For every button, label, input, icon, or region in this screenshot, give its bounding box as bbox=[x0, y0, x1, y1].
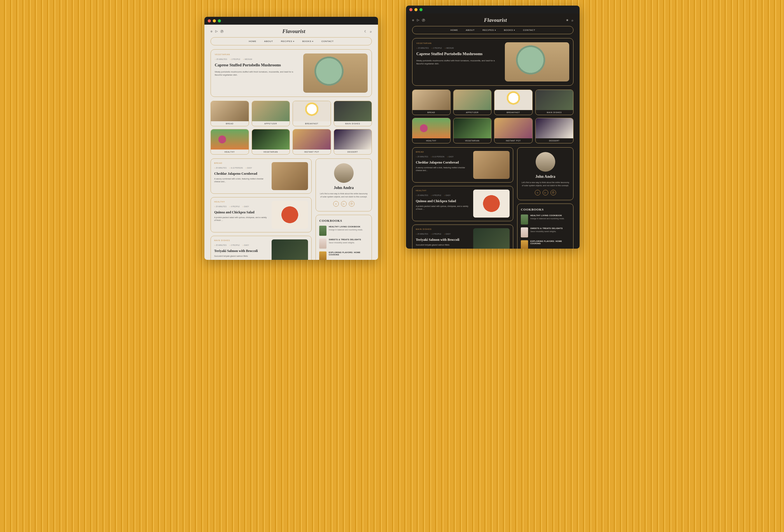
hero-image bbox=[505, 42, 569, 82]
maximize-window-icon[interactable] bbox=[419, 8, 422, 11]
cookbook-item[interactable]: SWEETS & TREATS DELIGHTSSavor irresistib… bbox=[521, 227, 570, 237]
close-window-icon[interactable] bbox=[208, 19, 211, 22]
nav-home[interactable]: HOME bbox=[249, 40, 256, 43]
nav-contact[interactable]: CONTACT bbox=[523, 29, 535, 31]
chevron-down-icon: ▾ bbox=[514, 29, 515, 31]
category-dessert[interactable]: DESSERT bbox=[535, 118, 574, 143]
nav-books[interactable]: BOOKS▾ bbox=[302, 40, 314, 43]
hero-description: Meaty portobello mushrooms stuffed with … bbox=[215, 70, 300, 77]
recipe-list: BREAD 25 MINUTES8-10 PERSONEASY Cheddar … bbox=[211, 159, 312, 260]
pinterest-icon[interactable]: Ⓟ bbox=[551, 190, 556, 195]
category-bread[interactable]: BREAD bbox=[211, 101, 249, 126]
hero-tag: VEGETARIAN bbox=[215, 54, 300, 55]
pinterest-icon[interactable]: Ⓟ bbox=[422, 18, 425, 22]
chevron-down-icon: ▾ bbox=[495, 29, 496, 31]
instagram-icon[interactable]: ⌾ bbox=[412, 18, 414, 22]
theme-toggle-icon[interactable]: ☀ bbox=[566, 19, 569, 22]
cookbook-item[interactable]: EXPLORING FLAVORS: HOME COOKING bbox=[521, 240, 570, 249]
category-bread[interactable]: BREAD bbox=[412, 90, 450, 115]
recipe-image bbox=[473, 228, 510, 249]
category-healthy[interactable]: HEALTHY bbox=[412, 118, 450, 143]
nav-books[interactable]: BOOKS▾ bbox=[504, 29, 515, 31]
category-breakfast[interactable]: BREAKFAST bbox=[292, 101, 331, 126]
youtube-icon[interactable]: ▷ bbox=[417, 18, 419, 22]
main-nav: HOME ABOUT RECIPES▾ BOOKS▾ CONTACT bbox=[412, 26, 573, 34]
author-socials: ⌾ ▷ Ⓟ bbox=[319, 201, 368, 207]
author-avatar bbox=[334, 163, 354, 183]
chevron-down-icon: ▾ bbox=[312, 40, 314, 43]
category-vegetarian[interactable]: VEGETARIAN bbox=[453, 118, 492, 143]
category-appetizer[interactable]: APPETIZER bbox=[252, 101, 290, 126]
hero-meta: 25 MINUTES 2 PEOPLE MEDIUM bbox=[215, 58, 300, 60]
category-main-dishes[interactable]: MAIN DISHES bbox=[535, 90, 574, 115]
minimize-window-icon[interactable] bbox=[213, 19, 216, 22]
category-vegetarian[interactable]: VEGETARIAN bbox=[252, 129, 290, 155]
category-instant-pot[interactable]: INSTANT POT bbox=[494, 118, 533, 143]
category-main-dishes[interactable]: MAIN DISHES bbox=[334, 101, 372, 126]
category-instant-pot[interactable]: INSTANT POT bbox=[292, 129, 331, 155]
close-window-icon[interactable] bbox=[409, 8, 413, 11]
recipe-image bbox=[272, 162, 308, 190]
category-breakfast[interactable]: BREAKFAST bbox=[494, 90, 533, 115]
author-socials: ⌾ ▷ Ⓟ bbox=[521, 190, 570, 195]
nav-contact[interactable]: CONTACT bbox=[321, 40, 334, 43]
recipe-card[interactable]: MAIN DISHES 25 MINUTES2 PEOPLEEASY Teriy… bbox=[412, 225, 513, 249]
recipe-card[interactable]: HEALTHY 25 MINUTES4 PEOPLEEASY Quinoa an… bbox=[211, 197, 312, 232]
pinterest-icon[interactable]: Ⓟ bbox=[220, 29, 223, 34]
hero-card[interactable]: VEGETARIAN 25 MINUTES 2 PEOPLE MEDIUM Ca… bbox=[412, 38, 573, 86]
category-dessert[interactable]: DESSERT bbox=[334, 129, 372, 155]
minimize-window-icon[interactable] bbox=[414, 8, 418, 11]
nav-recipes[interactable]: RECIPES▾ bbox=[281, 40, 295, 43]
search-icon[interactable]: ⌕ bbox=[370, 30, 372, 33]
window-titlebar bbox=[406, 6, 580, 13]
category-healthy[interactable]: HEALTHY bbox=[211, 129, 249, 155]
book-thumb bbox=[521, 227, 528, 237]
nav-about[interactable]: ABOUT bbox=[264, 40, 273, 43]
main-nav: HOME ABOUT RECIPES▾ BOOKS▾ CONTACT bbox=[211, 37, 372, 45]
book-thumb bbox=[319, 226, 327, 236]
author-card: John Andra Let's find a new way to think… bbox=[517, 147, 573, 200]
recipe-card[interactable]: HEALTHY 25 MINUTES4 PEOPLEEASY Quinoa an… bbox=[412, 186, 513, 221]
youtube-icon[interactable]: ▷ bbox=[215, 29, 218, 34]
cookbook-item[interactable]: HEALTHY LIVING COOKBOOKIndulge in balanc… bbox=[319, 226, 368, 236]
recipe-list: BREAD 25 MINUTES8-10 PERSONEASY Cheddar … bbox=[412, 147, 513, 249]
cookbook-item[interactable]: SWEETS & TREATS DELIGHTSSavor irresistib… bbox=[319, 239, 368, 249]
nav-about[interactable]: ABOUT bbox=[466, 29, 475, 31]
cookbooks-heading: COOKBOOKS bbox=[319, 219, 368, 222]
maximize-window-icon[interactable] bbox=[218, 19, 221, 22]
nav-home[interactable]: HOME bbox=[450, 29, 458, 31]
category-grid: BREAD APPETIZER BREAKFAST MAIN DISHES HE… bbox=[211, 101, 372, 155]
instagram-icon[interactable]: ⌾ bbox=[211, 29, 213, 34]
site-logo[interactable]: Flavourist bbox=[484, 17, 507, 23]
site-logo[interactable]: Flavourist bbox=[282, 29, 305, 34]
cookbooks-card: COOKBOOKS HEALTHY LIVING COOKBOOKIndulge… bbox=[315, 215, 372, 260]
book-thumb bbox=[319, 239, 327, 249]
hero-card[interactable]: VEGETARIAN 25 MINUTES 2 PEOPLE MEDIUM Ca… bbox=[211, 49, 372, 97]
hero-meta: 25 MINUTES 2 PEOPLE MEDIUM bbox=[416, 47, 502, 49]
search-icon[interactable]: ⌕ bbox=[571, 19, 573, 22]
window-titlebar bbox=[204, 17, 378, 25]
hero-image bbox=[303, 54, 368, 93]
header-tools: ☾ ⌕ bbox=[364, 30, 372, 33]
youtube-icon[interactable]: ▷ bbox=[543, 190, 548, 195]
category-grid: BREAD APPETIZER BREAKFAST MAIN DISHES HE… bbox=[412, 90, 573, 143]
recipe-card[interactable]: MAIN DISHES 25 MINUTES2 PEOPLEEASY Teriy… bbox=[211, 236, 312, 260]
browser-window-dark: ⌾ ▷ Ⓟ Flavourist ☀ ⌕ HOME ABOUT RECIPES▾… bbox=[406, 6, 580, 249]
category-appetizer[interactable]: APPETIZER bbox=[453, 90, 492, 115]
recipe-card[interactable]: BREAD 25 MINUTES8-10 PERSONEASY Cheddar … bbox=[211, 159, 312, 194]
cookbook-item[interactable]: HEALTHY LIVING COOKBOOKIndulge in balanc… bbox=[521, 215, 570, 225]
recipe-card[interactable]: BREAD 25 MINUTES8-10 PERSONEASY Cheddar … bbox=[412, 147, 513, 183]
author-card: John Andra Let's find a new way to think… bbox=[315, 159, 372, 212]
cookbook-item[interactable]: EXPLORING FLAVORS: HOME COOKING bbox=[319, 251, 368, 260]
hero-title: Caprese Stuffed Portobello Mushrooms bbox=[416, 52, 502, 56]
instagram-icon[interactable]: ⌾ bbox=[535, 190, 540, 195]
author-avatar bbox=[536, 152, 555, 172]
nav-recipes[interactable]: RECIPES▾ bbox=[482, 29, 496, 31]
hero-tag: VEGETARIAN bbox=[416, 42, 502, 44]
youtube-icon[interactable]: ▷ bbox=[341, 201, 347, 207]
pinterest-icon[interactable]: Ⓟ bbox=[349, 201, 355, 207]
chevron-down-icon: ▾ bbox=[293, 40, 295, 43]
theme-toggle-icon[interactable]: ☾ bbox=[364, 30, 367, 33]
recipe-image bbox=[272, 201, 308, 229]
instagram-icon[interactable]: ⌾ bbox=[333, 201, 339, 207]
